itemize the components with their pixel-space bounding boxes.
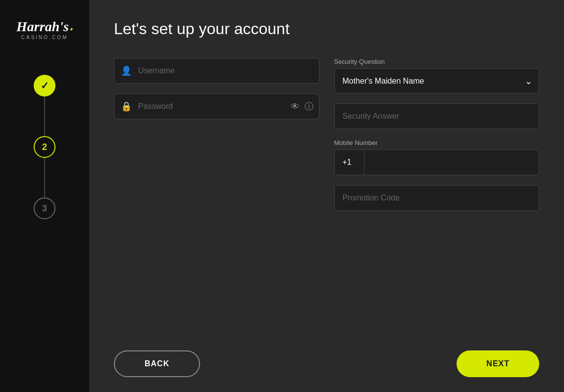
password-wrapper: 🔒 👁 ⓘ [114,94,319,119]
username-input[interactable] [114,58,319,84]
mobile-number-field: Mobile Number +1 [334,139,540,175]
phone-wrapper: +1 [334,149,540,175]
steps-container: ✓ 2 3 [34,75,55,219]
password-input[interactable] [114,94,319,119]
next-button[interactable]: NEXT [457,350,539,377]
username-wrapper: 👤 [114,58,319,84]
security-question-select[interactable]: Mother's Maiden Name Father's Maiden Nam… [334,68,540,94]
logo-container: Harrah's✦ CASINO.COM [6,10,83,45]
buttons-area: BACK NEXT [114,350,539,377]
casino-com-label: CASINO.COM [21,35,68,40]
password-info-button[interactable]: ⓘ [305,100,313,112]
step-3-number: 3 [42,203,47,214]
form-left: 👤 🔒 👁 ⓘ [114,58,319,211]
form-layout: 👤 🔒 👁 ⓘ Security Question Mother's [114,58,539,211]
promo-code-input[interactable] [334,185,540,211]
step-1-circle: ✓ [34,75,55,97]
mobile-number-label: Mobile Number [334,139,540,147]
step-2-number: 2 [42,142,47,152]
show-password-button[interactable]: 👁 [291,101,300,112]
step-1-item: ✓ [34,75,55,97]
security-question-label: Security Question [334,58,540,65]
step-2-circle: 2 [34,136,55,158]
sidebar: Harrah's✦ CASINO.COM ✓ 2 3 [0,0,89,392]
security-question-field: Security Question Mother's Maiden Name F… [334,58,540,94]
step-1-check-icon: ✓ [41,80,49,92]
step-3-circle: 3 [34,197,55,219]
step-3-item: 3 [34,197,55,219]
security-answer-input[interactable] [334,103,540,129]
security-answer-field [334,103,540,129]
security-question-select-wrapper: Mother's Maiden Name Father's Maiden Nam… [334,68,540,94]
form-right: Security Question Mother's Maiden Name F… [334,58,540,211]
step-line-2 [44,158,45,197]
phone-input[interactable] [364,150,539,175]
logo-star-icon: ✦ [69,27,73,32]
step-2-item: 2 [34,136,55,158]
harrahs-logo-text: Harrah's✦ [16,20,73,34]
main-content: Let's set up your account 👤 🔒 👁 ⓘ [89,0,564,392]
back-button[interactable]: BACK [114,350,200,377]
page-title: Let's set up your account [114,20,539,38]
password-icons: 👁 ⓘ [291,100,313,112]
phone-prefix: +1 [335,150,364,175]
step-line-1 [44,97,45,136]
promo-code-field [334,185,540,211]
